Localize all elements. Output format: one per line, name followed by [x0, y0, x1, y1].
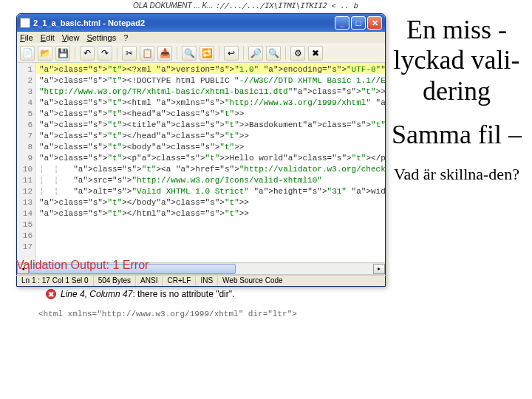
- menubar: File Edit View Settings ?: [17, 32, 385, 44]
- code-line[interactable]: ¦ ¦ "a">src="s">"http://www.w3.org/Icons…: [39, 175, 382, 186]
- breadcrumb: OLA DOKUMENT ... K... ://.../.../IX\ITMI…: [133, 1, 358, 10]
- line-gutter: 1234567891011121314151617: [17, 63, 36, 262]
- code-line[interactable]: "a">class="s">"t"><title"a">class="s">"t…: [39, 120, 382, 131]
- undo-button[interactable]: ↶: [80, 46, 95, 61]
- menu-settings[interactable]: Settings: [86, 33, 116, 42]
- heading-secondary: Samma fil –: [390, 120, 523, 150]
- maximize-button[interactable]: □: [351, 16, 366, 30]
- find-button[interactable]: 🔍: [182, 46, 197, 61]
- exit-button[interactable]: ✖: [308, 46, 323, 61]
- validation-output: Validation Output: 1 Error ✖ Line 4, Col…: [16, 259, 386, 318]
- code-line[interactable]: "a">class="s">"t"><head"a">class="s">"t"…: [39, 109, 382, 120]
- validation-error: ✖ Line 4, Column 47: there is no attribu…: [46, 289, 386, 299]
- window-title: 2_1_a_basic.html - Notepad2: [33, 18, 335, 27]
- validation-title: Validation Output: 1 Error: [16, 259, 386, 276]
- cut-button[interactable]: ✂: [122, 46, 137, 61]
- code-line[interactable]: "http://www.w3.org/TR/xhtml-basic/xhtml-…: [39, 86, 382, 98]
- copy-button[interactable]: 📋: [140, 46, 154, 61]
- save-button[interactable]: 💾: [55, 46, 70, 61]
- code-line[interactable]: ¦ ¦ "a">class="s">"t"><a "a">href="s">"h…: [39, 164, 382, 175]
- editor[interactable]: 1234567891011121314151617 "a">class="s">…: [17, 63, 385, 262]
- code-line[interactable]: "a">class="s">"t"><body"a">class="s">"t"…: [39, 142, 382, 153]
- minimize-button[interactable]: _: [335, 16, 349, 30]
- menu-help[interactable]: ?: [123, 33, 128, 42]
- heading-sub: Vad är skillna-den?: [390, 164, 523, 185]
- code-line[interactable]: ¦ ¦ "a">alt="s">"Valid XHTML 1.0 Strict"…: [39, 186, 382, 197]
- close-button[interactable]: ✕: [367, 16, 382, 30]
- code-line[interactable]: "a">class="s">"t"></body"a">class="s">"t…: [39, 197, 382, 208]
- error-message: : there is no attribute "dir".: [132, 289, 234, 299]
- app-icon: [20, 18, 30, 28]
- redo-button[interactable]: ↷: [98, 46, 112, 61]
- menu-view[interactable]: View: [62, 33, 80, 42]
- menu-edit[interactable]: Edit: [41, 33, 55, 42]
- code-area[interactable]: "a">class="s">"t"><?xml "a">version="s">…: [36, 63, 385, 262]
- settings-button[interactable]: ⚙: [290, 46, 305, 61]
- zoom-out-button[interactable]: 🔍: [266, 46, 281, 61]
- titlebar[interactable]: 2_1_a_basic.html - Notepad2 _ □ ✕: [17, 14, 385, 32]
- error-location: Line 4, Column 47: [61, 289, 132, 299]
- menu-file[interactable]: File: [20, 33, 33, 42]
- code-line[interactable]: "a">class="s">"t"></html"a">class="s">"t…: [39, 208, 382, 219]
- code-line[interactable]: "a">class="s">"t"></head"a">class="s">"t…: [39, 131, 382, 142]
- code-line[interactable]: "a">class="s">"t"><p"a">class="s">"t">>H…: [39, 153, 382, 164]
- code-line[interactable]: "a">class="s">"t"><!DOCTYPE html PUBLIC …: [39, 75, 382, 86]
- heading-main: En miss -lyckad vali-dering: [390, 15, 523, 106]
- open-file-button[interactable]: 📂: [38, 46, 52, 61]
- toolbar: 📄 📂 💾 ↶ ↷ ✂ 📋 📥 🔍 🔁 ↩ 🔎 🔍 ⚙ ✖: [17, 44, 385, 63]
- code-line[interactable]: "a">class="s">"t"><html "a">xmlns="s">"h…: [39, 98, 382, 109]
- paste-button[interactable]: 📥: [157, 46, 172, 61]
- error-icon: ✖: [46, 289, 56, 299]
- notepad2-window: 2_1_a_basic.html - Notepad2 _ □ ✕ File E…: [16, 13, 386, 287]
- code-line[interactable]: "a">class="s">"t"><?xml "a">version="s">…: [39, 64, 382, 75]
- slide-text: En miss -lyckad vali-dering Samma fil – …: [390, 15, 523, 184]
- new-file-button[interactable]: 📄: [20, 46, 35, 61]
- validation-snippet: <html xmlns="http://www.w3.org/1999/xhtm…: [38, 310, 386, 318]
- wordwrap-button[interactable]: ↩: [224, 46, 239, 61]
- zoom-in-button[interactable]: 🔎: [248, 46, 263, 61]
- replace-button[interactable]: 🔁: [200, 46, 214, 61]
